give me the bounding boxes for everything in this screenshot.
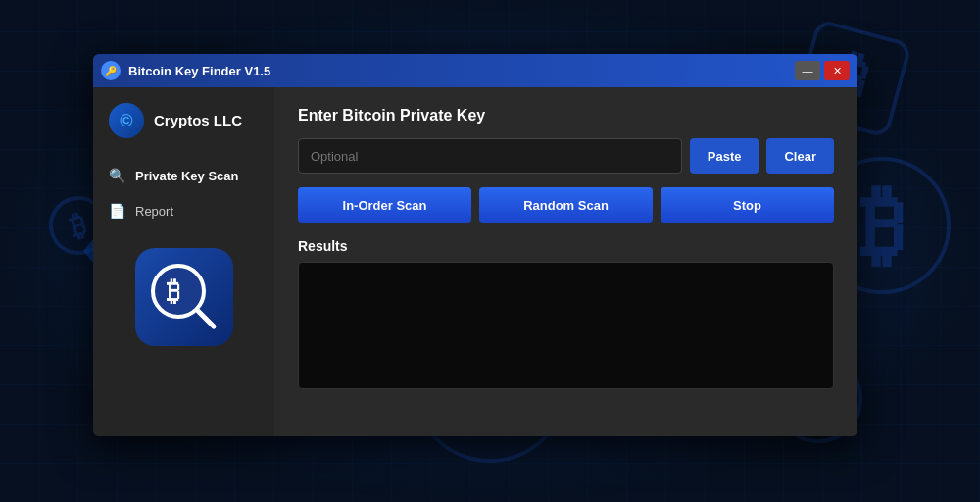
btc-magnify-svg: ₿ bbox=[145, 258, 223, 336]
sidebar-item-private-key-scan[interactable]: 🔍 Private Key Scan bbox=[93, 158, 274, 193]
private-key-input[interactable] bbox=[298, 138, 682, 174]
brand-icon: © bbox=[109, 103, 144, 138]
btc-logo-container: ₿ bbox=[93, 228, 274, 346]
sidebar-item-label-report: Report bbox=[135, 204, 173, 219]
app-window: 🔑 Bitcoin Key Finder V1.5 — ✕ © Cryptos … bbox=[93, 54, 858, 436]
app-icon: 🔑 bbox=[101, 61, 121, 80]
results-label: Results bbox=[298, 238, 834, 254]
sidebar-item-report[interactable]: 📄 Report bbox=[93, 193, 274, 228]
report-icon: 📄 bbox=[109, 203, 125, 219]
brand-name: Cryptos LLC bbox=[154, 112, 242, 129]
section-title: Enter Bitcoin Private Key bbox=[298, 107, 834, 125]
random-scan-button[interactable]: Random Scan bbox=[479, 187, 653, 223]
titlebar: 🔑 Bitcoin Key Finder V1.5 — ✕ bbox=[93, 54, 858, 87]
stop-button[interactable]: Stop bbox=[661, 187, 834, 223]
svg-text:₿: ₿ bbox=[167, 276, 180, 307]
content-area: © Cryptos LLC 🔍 Private Key Scan 📄 Repor… bbox=[93, 87, 858, 436]
window-title: Bitcoin Key Finder V1.5 bbox=[128, 64, 795, 78]
sidebar: © Cryptos LLC 🔍 Private Key Scan 📄 Repor… bbox=[93, 87, 274, 436]
close-button[interactable]: ✕ bbox=[824, 61, 850, 80]
sidebar-nav: 🔍 Private Key Scan 📄 Report bbox=[93, 158, 274, 228]
sidebar-item-label-scan: Private Key Scan bbox=[135, 169, 239, 183]
results-area bbox=[298, 262, 834, 389]
window-controls: — ✕ bbox=[795, 61, 850, 80]
svg-line-2 bbox=[198, 311, 214, 326]
paste-button[interactable]: Paste bbox=[690, 138, 760, 174]
in-order-scan-button[interactable]: In-Order Scan bbox=[298, 187, 471, 223]
input-row: Paste Clear bbox=[298, 138, 834, 174]
minimize-button[interactable]: — bbox=[795, 61, 820, 80]
scan-buttons-row: In-Order Scan Random Scan Stop bbox=[298, 187, 834, 223]
search-icon: 🔍 bbox=[109, 168, 125, 183]
clear-button[interactable]: Clear bbox=[766, 138, 834, 174]
btc-logo: ₿ bbox=[135, 248, 233, 346]
brand: © Cryptos LLC bbox=[93, 103, 274, 158]
main-panel: Enter Bitcoin Private Key Paste Clear In… bbox=[274, 87, 858, 436]
